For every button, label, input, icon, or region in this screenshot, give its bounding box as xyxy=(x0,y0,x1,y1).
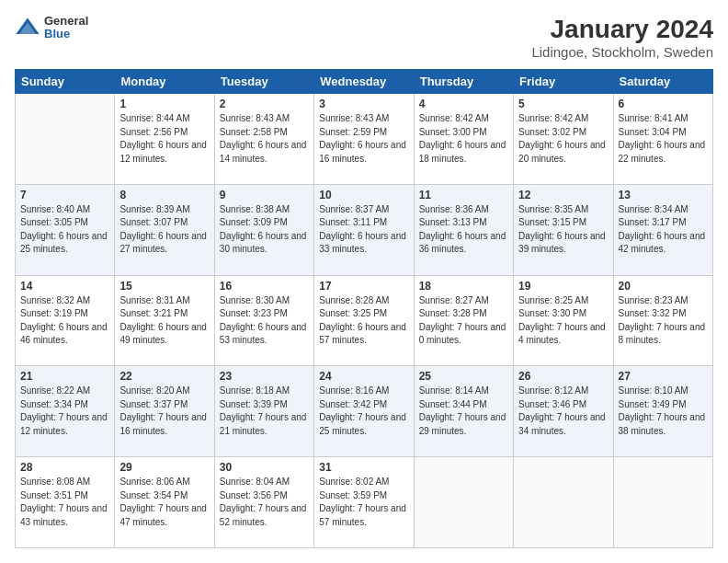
day-number: 25 xyxy=(419,370,508,383)
day-cell xyxy=(613,457,712,548)
day-info: Sunrise: 8:23 AMSunset: 3:32 PMDaylight:… xyxy=(619,294,708,348)
day-cell: 22Sunrise: 8:20 AMSunset: 3:37 PMDayligh… xyxy=(115,366,214,457)
day-number: 3 xyxy=(319,98,408,110)
day-number: 11 xyxy=(419,189,508,201)
page-title: January 2024 xyxy=(531,15,713,44)
day-number: 30 xyxy=(220,461,309,474)
day-info: Sunrise: 8:35 AMSunset: 3:15 PMDaylight:… xyxy=(518,203,608,257)
logo-blue-label: Blue xyxy=(44,28,88,40)
day-cell: 20Sunrise: 8:23 AMSunset: 3:32 PMDayligh… xyxy=(613,275,712,366)
day-cell: 26Sunrise: 8:12 AMSunset: 3:46 PMDayligh… xyxy=(514,366,613,457)
day-info: Sunrise: 8:20 AMSunset: 3:37 PMDaylight:… xyxy=(119,385,209,438)
page-subtitle: Lidingoe, Stockholm, Sweden xyxy=(531,44,713,60)
day-info: Sunrise: 8:10 AMSunset: 3:49 PMDaylight:… xyxy=(619,385,708,438)
day-cell: 11Sunrise: 8:36 AMSunset: 3:13 PMDayligh… xyxy=(414,184,513,275)
day-cell: 3Sunrise: 8:43 AMSunset: 2:59 PMDaylight… xyxy=(314,94,414,185)
day-cell: 10Sunrise: 8:37 AMSunset: 3:11 PMDayligh… xyxy=(314,184,414,275)
day-info: Sunrise: 8:04 AMSunset: 3:56 PMDaylight:… xyxy=(220,476,309,529)
day-info: Sunrise: 8:42 AMSunset: 3:02 PMDaylight:… xyxy=(518,112,608,166)
day-info: Sunrise: 8:31 AMSunset: 3:21 PMDaylight:… xyxy=(119,294,209,348)
day-cell: 25Sunrise: 8:14 AMSunset: 3:44 PMDayligh… xyxy=(414,366,513,457)
day-number: 14 xyxy=(20,280,109,293)
day-number: 6 xyxy=(619,98,708,110)
day-info: Sunrise: 8:28 AMSunset: 3:25 PMDaylight:… xyxy=(319,294,408,348)
day-info: Sunrise: 8:42 AMSunset: 3:00 PMDaylight:… xyxy=(419,112,508,166)
day-info: Sunrise: 8:40 AMSunset: 3:05 PMDaylight:… xyxy=(20,203,109,257)
day-number: 8 xyxy=(119,189,209,201)
day-number: 29 xyxy=(119,461,209,474)
day-cell: 29Sunrise: 8:06 AMSunset: 3:54 PMDayligh… xyxy=(115,457,214,548)
day-cell: 18Sunrise: 8:27 AMSunset: 3:28 PMDayligh… xyxy=(414,275,513,366)
day-cell: 16Sunrise: 8:30 AMSunset: 3:23 PMDayligh… xyxy=(214,275,313,366)
day-cell: 23Sunrise: 8:18 AMSunset: 3:39 PMDayligh… xyxy=(214,366,313,457)
day-number: 31 xyxy=(319,461,408,474)
day-info: Sunrise: 8:14 AMSunset: 3:44 PMDaylight:… xyxy=(419,385,508,438)
day-number: 7 xyxy=(20,189,109,201)
page: General Blue January 2024 Lidingoe, Stoc… xyxy=(0,0,728,563)
day-info: Sunrise: 8:22 AMSunset: 3:34 PMDaylight:… xyxy=(20,385,109,438)
calendar-table: SundayMondayTuesdayWednesdayThursdayFrid… xyxy=(15,69,713,548)
day-info: Sunrise: 8:30 AMSunset: 3:23 PMDaylight:… xyxy=(220,294,309,348)
day-cell: 27Sunrise: 8:10 AMSunset: 3:49 PMDayligh… xyxy=(613,366,712,457)
calendar-header: SundayMondayTuesdayWednesdayThursdayFrid… xyxy=(16,70,713,94)
day-cell: 12Sunrise: 8:35 AMSunset: 3:15 PMDayligh… xyxy=(514,184,613,275)
day-number: 24 xyxy=(319,370,408,383)
day-cell: 7Sunrise: 8:40 AMSunset: 3:05 PMDaylight… xyxy=(16,184,115,275)
day-info: Sunrise: 8:06 AMSunset: 3:54 PMDaylight:… xyxy=(119,476,209,529)
header-day-monday: Monday xyxy=(115,70,214,94)
week-row-4: 28Sunrise: 8:08 AMSunset: 3:51 PMDayligh… xyxy=(16,457,713,548)
day-info: Sunrise: 8:37 AMSunset: 3:11 PMDaylight:… xyxy=(319,203,408,257)
day-info: Sunrise: 8:25 AMSunset: 3:30 PMDaylight:… xyxy=(518,294,608,348)
calendar-body: 1Sunrise: 8:44 AMSunset: 2:56 PMDaylight… xyxy=(16,94,713,548)
day-info: Sunrise: 8:12 AMSunset: 3:46 PMDaylight:… xyxy=(518,385,608,438)
day-cell: 1Sunrise: 8:44 AMSunset: 2:56 PMDaylight… xyxy=(115,94,214,185)
day-number: 13 xyxy=(619,189,708,201)
day-number: 9 xyxy=(220,189,309,201)
day-number: 18 xyxy=(419,280,508,293)
day-cell: 9Sunrise: 8:38 AMSunset: 3:09 PMDaylight… xyxy=(214,184,313,275)
week-row-2: 14Sunrise: 8:32 AMSunset: 3:19 PMDayligh… xyxy=(16,275,713,366)
day-info: Sunrise: 8:02 AMSunset: 3:59 PMDaylight:… xyxy=(319,476,408,529)
day-number: 16 xyxy=(220,280,309,293)
logo-icon xyxy=(15,15,40,40)
header-day-tuesday: Tuesday xyxy=(214,70,313,94)
day-cell: 14Sunrise: 8:32 AMSunset: 3:19 PMDayligh… xyxy=(16,275,115,366)
day-number: 22 xyxy=(119,370,209,383)
day-info: Sunrise: 8:39 AMSunset: 3:07 PMDaylight:… xyxy=(119,203,209,257)
day-cell: 28Sunrise: 8:08 AMSunset: 3:51 PMDayligh… xyxy=(16,457,115,548)
day-cell: 13Sunrise: 8:34 AMSunset: 3:17 PMDayligh… xyxy=(613,184,712,275)
day-cell: 4Sunrise: 8:42 AMSunset: 3:00 PMDaylight… xyxy=(414,94,513,185)
day-number: 19 xyxy=(518,280,608,293)
day-info: Sunrise: 8:32 AMSunset: 3:19 PMDaylight:… xyxy=(20,294,109,348)
day-number: 27 xyxy=(619,370,708,383)
day-info: Sunrise: 8:43 AMSunset: 2:58 PMDaylight:… xyxy=(220,112,309,166)
day-cell xyxy=(16,94,115,185)
week-row-1: 7Sunrise: 8:40 AMSunset: 3:05 PMDaylight… xyxy=(16,184,713,275)
day-number: 23 xyxy=(220,370,309,383)
day-cell: 6Sunrise: 8:41 AMSunset: 3:04 PMDaylight… xyxy=(613,94,712,185)
day-cell: 5Sunrise: 8:42 AMSunset: 3:02 PMDaylight… xyxy=(514,94,613,185)
day-cell: 17Sunrise: 8:28 AMSunset: 3:25 PMDayligh… xyxy=(314,275,414,366)
header-day-sunday: Sunday xyxy=(16,70,115,94)
day-info: Sunrise: 8:18 AMSunset: 3:39 PMDaylight:… xyxy=(220,385,309,438)
day-number: 4 xyxy=(419,98,508,110)
day-cell: 15Sunrise: 8:31 AMSunset: 3:21 PMDayligh… xyxy=(115,275,214,366)
header-day-saturday: Saturday xyxy=(613,70,712,94)
title-block: January 2024 Lidingoe, Stockholm, Sweden xyxy=(531,15,713,60)
header-row: SundayMondayTuesdayWednesdayThursdayFrid… xyxy=(16,70,713,94)
day-number: 21 xyxy=(20,370,109,383)
day-number: 10 xyxy=(319,189,408,201)
day-info: Sunrise: 8:27 AMSunset: 3:28 PMDaylight:… xyxy=(419,294,508,348)
day-number: 12 xyxy=(518,189,608,201)
day-info: Sunrise: 8:16 AMSunset: 3:42 PMDaylight:… xyxy=(319,385,408,438)
week-row-0: 1Sunrise: 8:44 AMSunset: 2:56 PMDaylight… xyxy=(16,94,713,185)
day-number: 28 xyxy=(20,461,109,474)
day-cell xyxy=(414,457,513,548)
header-day-friday: Friday xyxy=(514,70,613,94)
day-info: Sunrise: 8:41 AMSunset: 3:04 PMDaylight:… xyxy=(619,112,708,166)
day-cell: 31Sunrise: 8:02 AMSunset: 3:59 PMDayligh… xyxy=(314,457,414,548)
day-cell: 8Sunrise: 8:39 AMSunset: 3:07 PMDaylight… xyxy=(115,184,214,275)
day-cell: 24Sunrise: 8:16 AMSunset: 3:42 PMDayligh… xyxy=(314,366,414,457)
day-cell: 30Sunrise: 8:04 AMSunset: 3:56 PMDayligh… xyxy=(214,457,313,548)
day-info: Sunrise: 8:44 AMSunset: 2:56 PMDaylight:… xyxy=(119,112,209,166)
